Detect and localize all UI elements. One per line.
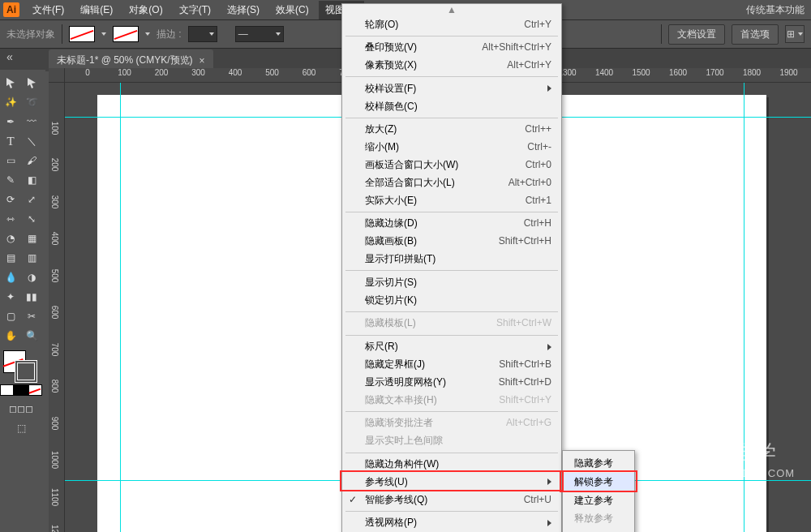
fill-swatch[interactable] bbox=[69, 26, 95, 42]
menu-item[interactable]: 实际大小(E)Ctrl+1 bbox=[342, 191, 561, 209]
menu-effect[interactable]: 效果(C) bbox=[269, 1, 315, 19]
menu-item-label: 实际大小(E) bbox=[365, 194, 417, 208]
selection-tool[interactable] bbox=[0, 73, 21, 92]
ruler-tick: 600 bbox=[50, 306, 59, 320]
menu-item-label: 智能参考线(Q) bbox=[365, 493, 427, 507]
scale-tool[interactable]: ⤢ bbox=[21, 190, 42, 209]
menu-item[interactable]: 叠印预览(V)Alt+Shift+Ctrl+Y bbox=[342, 39, 561, 57]
width-tool[interactable]: ⇿ bbox=[0, 209, 21, 229]
perspective-grid-tool[interactable]: ▦ bbox=[21, 229, 42, 248]
menu-item[interactable]: 标尺(R) bbox=[342, 338, 561, 356]
submenu-item[interactable]: 隐藏参考 bbox=[563, 454, 634, 473]
menu-item-label: 像素预览(X) bbox=[365, 58, 417, 72]
ruler-tick: 400 bbox=[229, 68, 242, 77]
shape-builder-tool[interactable]: ◔ bbox=[0, 229, 21, 248]
submenu-item[interactable]: 清除参考线(C) bbox=[563, 528, 634, 532]
menu-shortcut: Alt+Ctrl+G bbox=[506, 416, 551, 430]
menu-item[interactable]: 隐藏边角构件(W) bbox=[342, 456, 561, 474]
hand-tool[interactable]: ✋ bbox=[0, 326, 21, 345]
menu-item[interactable]: 显示打印拼贴(T) bbox=[342, 251, 561, 268]
free-transform-tool[interactable]: ⤡ bbox=[21, 209, 42, 229]
column-graph-tool[interactable]: ▮▮ bbox=[21, 287, 42, 307]
menu-item-label: 透视网格(P) bbox=[365, 516, 417, 530]
menu-file[interactable]: 文件(F) bbox=[26, 1, 71, 19]
submenu-item[interactable]: 建立参考 bbox=[563, 491, 634, 510]
artboard-tool[interactable]: ▢ bbox=[0, 307, 21, 326]
menu-item[interactable]: 像素预览(X)Alt+Ctrl+Y bbox=[342, 57, 561, 75]
lasso-tool[interactable]: ➰ bbox=[21, 92, 42, 112]
symbol-sprayer-tool[interactable]: ✦ bbox=[0, 287, 21, 307]
gradient-tool[interactable]: ▥ bbox=[21, 248, 42, 268]
workspace-switcher[interactable]: 传统基本功能 bbox=[740, 1, 811, 19]
blend-tool[interactable]: ◑ bbox=[21, 268, 42, 287]
selection-status: 未选择对象 bbox=[6, 28, 55, 41]
menu-item[interactable]: 全部适合窗口大小(L)Alt+Ctrl+0 bbox=[342, 174, 561, 191]
menu-item[interactable]: 显示透明度网格(Y)Shift+Ctrl+D bbox=[342, 373, 561, 391]
menu-item[interactable]: 放大(Z)Ctrl++ bbox=[342, 121, 561, 139]
doc-setup-button[interactable]: 文档设置 bbox=[668, 24, 725, 45]
direct-selection-tool[interactable] bbox=[21, 73, 42, 92]
paintbrush-tool[interactable]: 🖌 bbox=[21, 151, 42, 170]
menu-separator bbox=[345, 212, 558, 212]
guide-vertical[interactable] bbox=[120, 83, 121, 532]
menu-item[interactable]: 隐藏边缘(D)Ctrl+H bbox=[342, 215, 561, 233]
menu-item[interactable]: 画板适合窗口大小(W)Ctrl+0 bbox=[342, 157, 561, 174]
stroke-swatch[interactable] bbox=[113, 26, 139, 42]
submenu-item: 释放参考 bbox=[563, 509, 634, 528]
magic-wand-tool[interactable]: ✨ bbox=[0, 92, 21, 112]
menu-item[interactable]: 隐藏画板(B)Shift+Ctrl+H bbox=[342, 233, 561, 251]
menu-separator bbox=[345, 511, 558, 512]
pencil-tool[interactable]: ✎ bbox=[0, 170, 21, 190]
menu-item[interactable]: 显示切片(S) bbox=[342, 273, 561, 291]
menu-separator bbox=[345, 453, 558, 453]
menu-item[interactable]: ✓智能参考线(Q)Ctrl+U bbox=[342, 491, 561, 508]
menu-shortcut: Alt+Shift+Ctrl+Y bbox=[482, 41, 551, 54]
menu-item-label: 校样设置(F) bbox=[365, 82, 416, 96]
menu-item[interactable]: 透视网格(P) bbox=[342, 514, 561, 532]
menu-item-label: 锁定切片(K) bbox=[365, 294, 417, 307]
menu-item[interactable]: 隐藏定界框(J)Shift+Ctrl+B bbox=[342, 356, 561, 374]
stroke-dropdown-icon[interactable] bbox=[145, 32, 150, 36]
vertical-ruler[interactable]: 100200300400500600700800900100011001200 bbox=[49, 83, 65, 532]
fill-stroke-color-picker[interactable] bbox=[0, 349, 42, 384]
curvature-tool[interactable]: 〰 bbox=[21, 112, 42, 131]
pen-tool[interactable]: ✒ bbox=[0, 112, 21, 131]
menu-object[interactable]: 对象(O) bbox=[122, 1, 169, 19]
submenu-item[interactable]: 解锁参考 bbox=[563, 473, 634, 491]
menu-item[interactable]: 参考线(U) bbox=[342, 473, 561, 491]
close-icon[interactable]: × bbox=[200, 55, 205, 66]
menu-scroll-up-icon[interactable]: ▲ bbox=[342, 4, 561, 15]
guide-vertical[interactable] bbox=[744, 83, 744, 532]
eyedropper-tool[interactable]: 💧 bbox=[0, 268, 21, 287]
menu-item-label: 隐藏定界框(J) bbox=[365, 358, 425, 371]
align-panel-icon[interactable]: ⊞ bbox=[785, 25, 805, 43]
slice-tool[interactable]: ✂ bbox=[21, 307, 42, 326]
menu-select[interactable]: 选择(S) bbox=[221, 1, 266, 19]
menu-type[interactable]: 文字(T) bbox=[173, 1, 217, 19]
mesh-tool[interactable]: ▤ bbox=[0, 248, 21, 268]
menu-item[interactable]: 锁定切片(K) bbox=[342, 291, 561, 309]
eraser-tool[interactable]: ◧ bbox=[21, 170, 42, 190]
screen-mode-button[interactable]: ⬚ bbox=[0, 418, 42, 438]
color-mode-swatches[interactable] bbox=[0, 384, 42, 399]
menu-separator bbox=[345, 311, 558, 312]
zoom-tool[interactable]: 🔍 bbox=[21, 326, 42, 345]
prefs-button[interactable]: 首选项 bbox=[732, 24, 779, 45]
rectangle-tool[interactable]: ▭ bbox=[0, 151, 21, 170]
submenu-item-label: 建立参考 bbox=[574, 494, 613, 508]
menu-item[interactable]: 校样设置(F) bbox=[342, 79, 561, 97]
menu-item[interactable]: 校样颜色(C) bbox=[342, 97, 561, 115]
rotate-tool[interactable]: ⟳ bbox=[0, 190, 21, 209]
menu-item[interactable]: 缩小(M)Ctrl+- bbox=[342, 139, 561, 157]
stroke-weight-input[interactable] bbox=[188, 26, 217, 42]
draw-mode-buttons[interactable]: ◻◻◻ bbox=[0, 399, 42, 418]
line-tool[interactable]: ＼ bbox=[21, 131, 42, 151]
brush-definition-input[interactable]: — bbox=[235, 26, 284, 42]
ruler-tick: 500 bbox=[265, 68, 279, 77]
type-tool[interactable]: T bbox=[0, 131, 21, 151]
menu-item[interactable]: 轮廓(O)Ctrl+Y bbox=[342, 15, 561, 33]
fill-dropdown-icon[interactable] bbox=[101, 32, 106, 36]
ruler-origin[interactable] bbox=[49, 68, 65, 83]
menu-item-label: 画板适合窗口大小(W) bbox=[365, 158, 458, 172]
menu-edit[interactable]: 编辑(E) bbox=[74, 1, 119, 19]
